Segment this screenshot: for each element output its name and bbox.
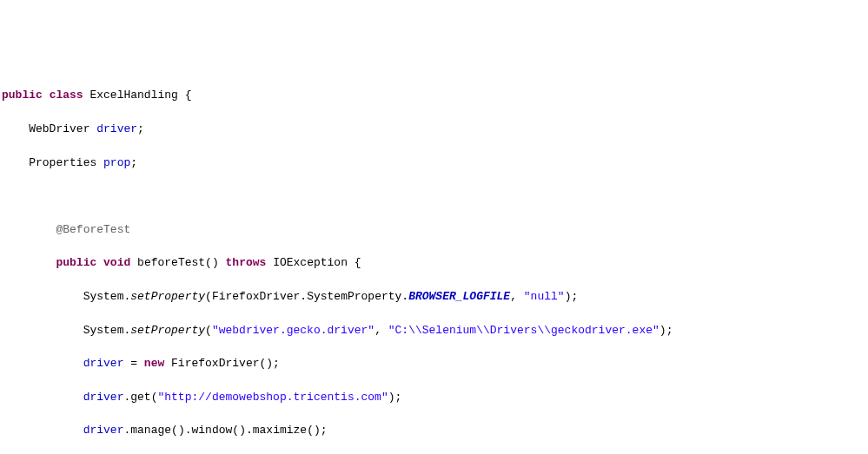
class-name: ExcelHandling bbox=[89, 89, 177, 102]
code-blank-line bbox=[2, 188, 866, 204]
field-driver: driver bbox=[83, 391, 124, 404]
semicolon: ; bbox=[130, 156, 137, 169]
code-line: @BeforeTest bbox=[2, 221, 866, 238]
paren-open: ( bbox=[171, 424, 178, 437]
string-gecko-key: "webdriver.gecko.driver" bbox=[212, 324, 374, 337]
code-line: driver = new FirefoxDriver(); bbox=[2, 355, 866, 372]
brace-open: { bbox=[354, 256, 361, 269]
semicolon: ; bbox=[137, 122, 144, 135]
keyword-public: public bbox=[2, 89, 43, 102]
code-line: System.setProperty("webdriver.gecko.driv… bbox=[2, 322, 866, 339]
class-firefox-driver: FirefoxDriver bbox=[212, 290, 300, 303]
code-line: public class ExcelHandling { bbox=[2, 87, 866, 103]
dot: . bbox=[300, 290, 307, 303]
field-driver: driver bbox=[83, 357, 124, 370]
semicolon: ; bbox=[273, 357, 280, 370]
code-line: driver.get("http://demowebshop.tricentis… bbox=[2, 389, 866, 405]
constant-browser-logfile: BROWSER_LOGFILE bbox=[408, 290, 510, 303]
method-get: get bbox=[130, 391, 150, 404]
paren-close: ) bbox=[388, 391, 395, 404]
field-driver: driver bbox=[83, 424, 124, 437]
string-null: "null" bbox=[524, 290, 565, 303]
method-window: window bbox=[192, 424, 233, 437]
field-driver: driver bbox=[96, 122, 137, 135]
keyword-public: public bbox=[56, 256, 96, 269]
type-webdriver: WebDriver bbox=[29, 122, 89, 135]
equals: = bbox=[123, 357, 143, 370]
class-firefox-driver: FirefoxDriver bbox=[171, 357, 259, 370]
code-line: System.setProperty(FirefoxDriver.SystemP… bbox=[2, 288, 866, 305]
keyword-throws: throws bbox=[226, 256, 267, 269]
type-ioexception: IOException bbox=[273, 256, 348, 269]
keyword-void: void bbox=[103, 256, 130, 269]
paren-open: ( bbox=[205, 290, 212, 303]
brace-open: { bbox=[185, 89, 192, 102]
code-line: Properties prop; bbox=[2, 155, 866, 171]
method-manage: manage bbox=[130, 424, 171, 437]
keyword-new: new bbox=[144, 357, 164, 370]
code-line: public void beforeTest() throws IOExcept… bbox=[2, 254, 866, 271]
semicolon: ; bbox=[666, 324, 673, 337]
paren-close: ) bbox=[239, 424, 246, 437]
semicolon: ; bbox=[321, 424, 328, 437]
annotation-before-test: @BeforeTest bbox=[56, 223, 130, 236]
keyword-class: class bbox=[50, 89, 83, 102]
field-prop: prop bbox=[103, 156, 130, 169]
code-line: WebDriver driver; bbox=[2, 121, 866, 137]
semicolon: ; bbox=[395, 391, 402, 404]
paren-open: ( bbox=[307, 424, 314, 437]
code-line: driver.manage().window().maximize(); bbox=[2, 422, 866, 438]
paren-close: ) bbox=[212, 256, 219, 269]
paren-close: ) bbox=[659, 324, 666, 337]
dot: . bbox=[246, 424, 253, 437]
method-set-property: setProperty bbox=[130, 324, 205, 337]
paren-close: ) bbox=[178, 424, 185, 437]
string-gecko-path: "C:\\Selenium\\Drivers\\geckodriver.exe" bbox=[388, 324, 659, 337]
paren-close: ) bbox=[314, 424, 321, 437]
dot: . bbox=[401, 290, 408, 303]
method-set-property: setProperty bbox=[130, 290, 205, 303]
comma: , bbox=[374, 324, 381, 337]
paren-open: ( bbox=[232, 424, 239, 437]
class-system-property: SystemProperty bbox=[307, 290, 401, 303]
string-url: "http://demowebshop.tricentis.com" bbox=[157, 391, 388, 404]
method-maximize: maximize bbox=[253, 424, 307, 437]
method-before-test: beforeTest bbox=[137, 256, 205, 269]
paren-close: ) bbox=[266, 357, 273, 370]
dot: . bbox=[185, 424, 192, 437]
class-system: System bbox=[83, 324, 124, 337]
code-block: public class ExcelHandling { WebDriver d… bbox=[2, 70, 866, 454]
paren-open: ( bbox=[205, 256, 212, 269]
paren-open: ( bbox=[205, 324, 212, 337]
semicolon: ; bbox=[571, 290, 578, 303]
class-system: System bbox=[83, 290, 124, 303]
comma: , bbox=[510, 290, 517, 303]
type-properties: Properties bbox=[29, 156, 96, 169]
